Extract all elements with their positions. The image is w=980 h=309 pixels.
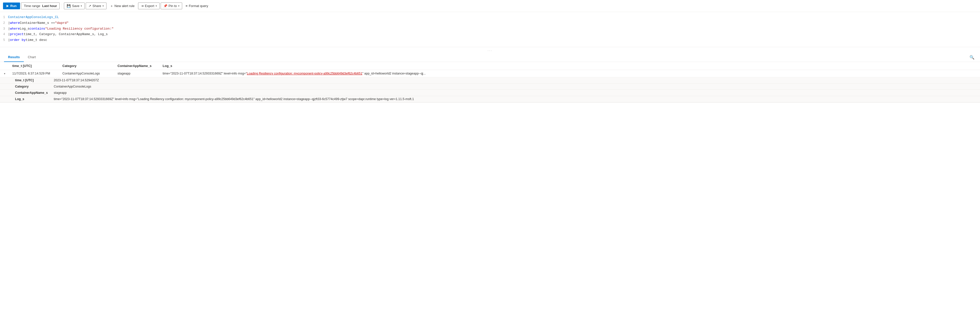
format-label: Format query — [189, 4, 208, 8]
expand-cell[interactable]: ▾ — [0, 70, 9, 77]
table-row: ▾11/7/2023, 6:37:14.529 PMContainerAppCo… — [0, 70, 980, 77]
new-alert-button[interactable]: ＋ New alert rule — [108, 3, 137, 10]
field-token: ContainerAppConsoleLogs_CL — [8, 15, 59, 20]
expand-button[interactable]: ▾ — [3, 72, 6, 75]
share-label: Share — [92, 4, 101, 8]
pin-label: Pin to — [169, 4, 177, 8]
results-container: time_t [UTC] Category ContainerAppName_s… — [0, 62, 980, 102]
line-number: 4 — [0, 32, 8, 37]
new-alert-label: New alert rule — [115, 4, 135, 8]
plain-token: Log_s — [20, 26, 30, 32]
cell-log: time="2023-11-07T18:37:14.5293331669Z" l… — [160, 70, 980, 77]
cell-app: stageapp — [115, 70, 160, 77]
share-button[interactable]: ↗ Share ▾ — [86, 3, 107, 9]
tab-chart[interactable]: Chart — [24, 53, 40, 62]
keyword-token: where — [10, 26, 20, 32]
sub-value: stageapp — [51, 90, 980, 96]
sub-key: Log_s — [0, 96, 51, 102]
export-chevron-icon: ▾ — [156, 5, 157, 7]
expanded-row: time_t [UTC]2023-11-07T18:37:14.5294207Z… — [0, 77, 980, 102]
code-line: 4| project time_t, Category, ContainerAp… — [0, 32, 980, 37]
line-number: 5 — [0, 38, 8, 43]
export-icon: ⇥ — [141, 4, 143, 8]
share-icon: ↗ — [89, 4, 91, 8]
keyword-token: project — [10, 32, 24, 37]
table-header-row: time_t [UTC] Category ContainerAppName_s… — [0, 62, 980, 70]
keyword-token: order by — [10, 38, 25, 43]
code-line: 1ContainerAppConsoleLogs_CL — [0, 14, 980, 20]
search-button[interactable]: 🔍 — [968, 53, 976, 61]
collapse-hint: ... — [0, 47, 980, 53]
line-number: 2 — [0, 21, 8, 26]
save-chevron-icon: ▾ — [81, 5, 82, 7]
results-table: time_t [UTC] Category ContainerAppName_s… — [0, 62, 980, 102]
code-line: 5| order by time_t desc — [0, 37, 980, 43]
share-chevron-icon: ▾ — [102, 5, 104, 7]
plain-token: time_t, Category, ContainerAppName_s, Lo… — [24, 32, 108, 37]
string-token: "Loading Resiliency configuration:" — [45, 26, 113, 32]
save-icon: 💾 — [67, 4, 71, 8]
sub-table-row: ContainerAppName_sstageapp — [0, 90, 980, 96]
pin-icon: 📌 — [163, 4, 167, 8]
sub-value: time="2023-11-07T18:37:14.5293331669Z" l… — [51, 96, 980, 102]
plus-icon: ＋ — [110, 4, 113, 8]
col-header-log: Log_s — [160, 62, 980, 70]
expanded-cell: time_t [UTC]2023-11-07T18:37:14.5294207Z… — [0, 77, 980, 102]
string-token: "daprd" — [55, 21, 68, 26]
toolbar-divider-1 — [62, 3, 62, 8]
code-line: 3| where Log_s contains "Loading Resilie… — [0, 26, 980, 32]
plain-token: | — [8, 38, 10, 43]
sub-table-row: Log_stime="2023-11-07T18:37:14.529333166… — [0, 96, 980, 102]
query-editor[interactable]: 1ContainerAppConsoleLogs_CL2| where Cont… — [0, 12, 980, 47]
sub-key: ContainerAppName_s — [0, 90, 51, 96]
pin-to-button[interactable]: 📌 Pin to ▾ — [161, 3, 182, 9]
keyword-token: contains — [30, 26, 45, 32]
plain-token: time_t desc — [25, 38, 47, 43]
cell-time: 11/7/2023, 6:37:14.529 PM — [9, 70, 59, 77]
col-header-time: time_t [UTC] — [9, 62, 59, 70]
plain-token: ContainerName_s == — [20, 21, 55, 26]
sub-table-row: time_t [UTC]2023-11-07T18:37:14.5294207Z — [0, 77, 980, 83]
run-label: Run — [10, 4, 16, 8]
sub-value: 2023-11-07T18:37:14.5294207Z — [51, 77, 980, 83]
sub-table: time_t [UTC]2023-11-07T18:37:14.5294207Z… — [0, 77, 980, 102]
log-highlight: Loading Resiliency configuration: mycomp… — [247, 72, 362, 75]
run-button[interactable]: Run — [3, 3, 20, 9]
save-label: Save — [72, 4, 80, 8]
sub-value: ContainerAppConsoleLogs — [51, 83, 980, 90]
code-line: 2| where ContainerName_s == "daprd" — [0, 20, 980, 26]
keyword-token: where — [10, 21, 20, 26]
plain-token: | — [8, 21, 10, 26]
play-icon — [6, 5, 9, 7]
time-range-label: Time range — [24, 4, 41, 8]
export-label: Export — [145, 4, 154, 8]
plain-token: | — [8, 32, 10, 37]
results-tabs-bar: Results Chart 🔍 — [0, 53, 980, 62]
save-button[interactable]: 💾 Save ▾ — [64, 3, 85, 9]
tabs-left: Results Chart — [4, 53, 40, 62]
col-header-category: Category — [59, 62, 115, 70]
col-expand — [0, 62, 9, 70]
tab-results[interactable]: Results — [4, 53, 24, 62]
toolbar: Run Time range Last hour 💾 Save ▾ ↗ Shar… — [0, 0, 980, 12]
sub-key: time_t [UTC] — [0, 77, 51, 83]
cell-category: ContainerAppConsoleLogs — [59, 70, 115, 77]
plain-token: | — [8, 26, 10, 32]
sub-key: Category — [0, 83, 51, 90]
sub-table-row: CategoryContainerAppConsoleLogs — [0, 83, 980, 90]
col-header-app: ContainerAppName_s — [115, 62, 160, 70]
time-range-value: Last hour — [42, 4, 57, 8]
format-icon: ≡ — [186, 4, 188, 8]
format-query-button[interactable]: ≡ Format query — [183, 3, 211, 9]
line-number: 3 — [0, 27, 8, 31]
line-number: 1 — [0, 15, 8, 20]
time-range-button[interactable]: Time range Last hour — [21, 3, 60, 9]
pin-chevron-icon: ▾ — [178, 5, 180, 7]
export-button[interactable]: ⇥ Export ▾ — [138, 3, 160, 9]
